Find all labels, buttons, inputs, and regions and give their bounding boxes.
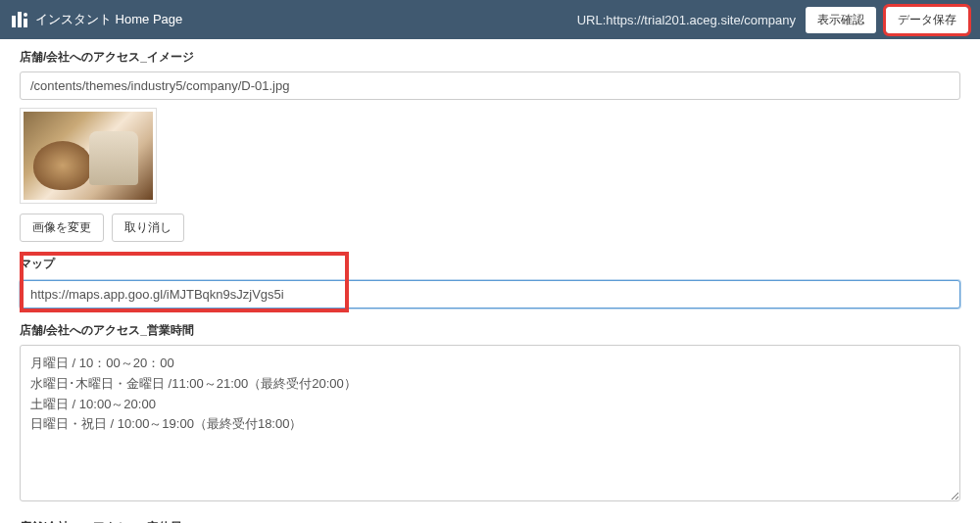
change-image-button[interactable]: 画像を変更 [20,214,104,242]
access-image-path-input[interactable] [20,71,960,100]
logo-icon [12,12,29,27]
closed-group: 店舗/会社へのアクセス_定休日 [20,519,960,523]
image-button-row: 画像を変更 取り消し [20,214,960,242]
page-url: URL:https://trial201.aceg.site/company [577,13,796,27]
svg-point-3 [24,13,27,17]
map-label: マップ [20,256,960,272]
content-area: 店舗/会社へのアクセス_イメージ 画像を変更 取り消し マップ 店舗/会社へのア… [0,39,980,523]
access-image-label: 店舗/会社へのアクセス_イメージ [20,49,960,66]
header-left: インスタント Home Page [12,11,182,28]
image-preview-container [20,108,157,204]
hours-label: 店舗/会社へのアクセス_営業時間 [20,322,960,339]
map-group: マップ [20,256,960,309]
header-right: URL:https://trial201.aceg.site/company 表… [577,7,968,33]
brand-title: インスタント Home Page [35,11,182,28]
hours-textarea[interactable] [20,345,960,501]
map-url-input[interactable] [20,280,960,309]
cancel-image-button[interactable]: 取り消し [112,214,184,242]
closed-label: 店舗/会社へのアクセス_定休日 [20,519,960,523]
svg-rect-1 [18,12,22,27]
svg-rect-0 [12,16,16,27]
app-header: インスタント Home Page URL:https://trial201.ac… [0,0,980,39]
image-preview [24,112,153,200]
save-button[interactable]: データ保存 [886,7,968,33]
preview-button[interactable]: 表示確認 [806,7,876,33]
hours-group: 店舗/会社へのアクセス_営業時間 [20,322,960,505]
access-image-group: 店舗/会社へのアクセス_イメージ 画像を変更 取り消し [20,49,960,242]
svg-rect-2 [24,19,27,27]
